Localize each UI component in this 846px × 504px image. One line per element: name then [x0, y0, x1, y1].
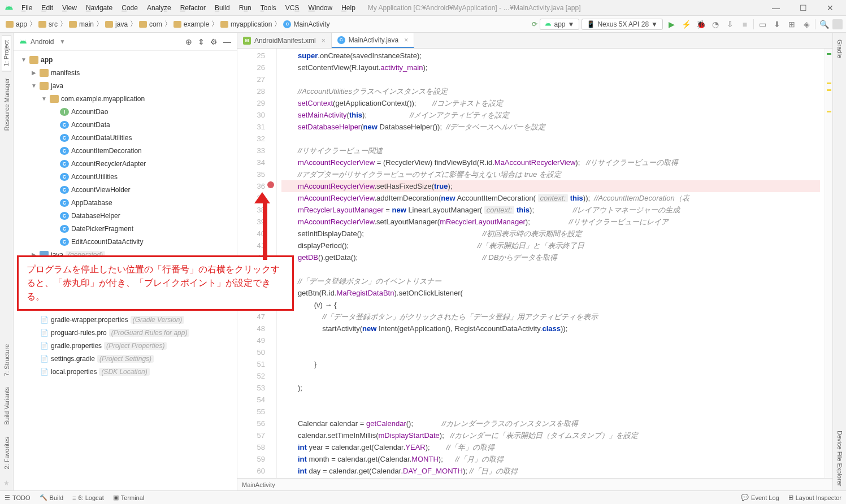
breadcrumb-item[interactable]: java	[103, 19, 130, 29]
code-line[interactable]: super.onCreate(savedInstanceState);	[281, 50, 820, 62]
debug-button[interactable]: 🐞	[695, 18, 707, 31]
code-line[interactable]: //リサイクラービュー関連	[281, 145, 820, 157]
tree-item[interactable]: ▼java	[14, 79, 237, 92]
tab-resource-manager[interactable]: Resource Manager	[2, 73, 11, 136]
code-line[interactable]: getDB().getData(); // DBからデータを取得	[281, 251, 820, 263]
search-button[interactable]: 🔍	[818, 18, 830, 31]
tab-structure[interactable]: 7: Structure	[2, 340, 11, 381]
tab-build-variants[interactable]: Build Variants	[2, 383, 11, 429]
code-line[interactable]: setDatabaseHelper(new DatabaseHelper());…	[281, 121, 820, 133]
line-number[interactable]: 29	[240, 97, 265, 109]
code-line[interactable]	[281, 370, 820, 382]
resource-manager-button[interactable]: ◈	[800, 18, 813, 31]
avd-manager-button[interactable]: ▭	[756, 18, 769, 31]
tree-item[interactable]: 📄gradle-wrapper.properties(Gradle Versio…	[14, 313, 237, 326]
line-number[interactable]: 50	[240, 346, 265, 358]
select-opened-icon[interactable]: ⊕	[185, 37, 192, 46]
menu-edit[interactable]: Edit	[38, 3, 57, 13]
run-config-selector[interactable]: app ▼	[540, 19, 579, 30]
code-line[interactable]	[281, 73, 820, 85]
tree-item[interactable]: CDatabaseHelper	[14, 209, 237, 222]
event-log-tab[interactable]: 💬 Event Log	[741, 494, 779, 501]
maximize-button[interactable]: ☐	[792, 1, 814, 15]
code-line[interactable]: }	[281, 358, 820, 370]
hide-panel-icon[interactable]: —	[223, 37, 231, 46]
run-button[interactable]: ▶	[665, 18, 678, 31]
dropdown-icon[interactable]: ▼	[59, 38, 65, 45]
close-tab-icon[interactable]: ×	[322, 37, 326, 45]
code-line[interactable]: mAccountRecyclerView.setHasFixedSize(tru…	[281, 180, 820, 192]
menu-view[interactable]: View	[59, 3, 80, 13]
breadcrumb-context[interactable]: MainActivity	[242, 481, 275, 488]
stop-button[interactable]: ■	[739, 18, 751, 31]
tree-item[interactable]: ▼com.example.myapplication	[14, 92, 237, 105]
apply-changes-button[interactable]: ⚡	[680, 18, 692, 31]
code-line[interactable]: setMainActivity(this); //メインアクティビティを設定	[281, 109, 820, 121]
breadcrumb-item[interactable]: example	[171, 19, 211, 29]
code-line[interactable]: mRecyclerLayoutManager = new LinearLayou…	[281, 204, 820, 216]
tree-item[interactable]: 📄local.properties(SDK Location)	[14, 365, 237, 378]
code-line[interactable]: setInitDisplayDate(); //初回表示時の表示期間を設定	[281, 228, 820, 240]
layout-inspector-tab[interactable]: ⊞ Layout Inspector	[788, 494, 841, 501]
todo-tab[interactable]: ☰ TODO	[5, 494, 31, 501]
expand-all-icon[interactable]: ⇕	[198, 37, 205, 46]
minimize-button[interactable]: —	[765, 1, 787, 15]
device-selector[interactable]: 📱 Nexus 5X API 28 ▼	[582, 19, 663, 30]
code-line[interactable]: Calendar calendar = getCalendar(); //カレン…	[281, 418, 820, 429]
code-line[interactable]: displayPeriod(); //「表示開始日」と「表示終了日	[281, 240, 820, 251]
code-line[interactable]	[281, 334, 820, 346]
line-number[interactable]: 47	[240, 311, 265, 323]
code-line[interactable]: //アダプターがリサイクラービューのサイズに影響を与えない場合は true を設…	[281, 168, 820, 180]
code-line[interactable]: startActivity(new Intent(getApplication(…	[281, 323, 820, 334]
line-number[interactable]: 58	[240, 441, 265, 453]
line-number[interactable]: 53	[240, 382, 265, 394]
code-content[interactable]: super.onCreate(savedInstanceState); setC…	[277, 49, 825, 478]
tab-device-file-explorer[interactable]: Device File Explorer	[835, 426, 844, 490]
code-line[interactable]: //「データ登録ボタン」のイベントリスナー	[281, 275, 820, 287]
tree-item[interactable]: 📄proguard-rules.pro(ProGuard Rules for a…	[14, 326, 237, 339]
line-number[interactable]: 57	[240, 429, 265, 441]
menu-file[interactable]: File	[18, 3, 36, 13]
build-tab[interactable]: 🔨 Build	[40, 494, 63, 501]
editor-tab[interactable]: CMainActivity.java×	[332, 33, 415, 48]
editor-tab[interactable]: MAndroidManifest.xml×	[237, 33, 332, 48]
code-line[interactable]: getBtn(R.id.MaRegistDataBtn).setOnClickL…	[281, 287, 820, 299]
layout-inspector-button[interactable]: ⊞	[786, 18, 798, 31]
tree-item[interactable]: CAccountUtilities	[14, 170, 237, 183]
logcat-tab[interactable]: ≡ 6: Logcat	[72, 494, 104, 501]
menu-run[interactable]: Run	[236, 3, 255, 13]
tree-item[interactable]: CEditAccountDataActivity	[14, 235, 237, 248]
code-line[interactable]: //「データ登録ボタン」がクリックされたら「データ登録」用アクティビティを表示	[281, 311, 820, 323]
line-number[interactable]: 59	[240, 453, 265, 465]
sdk-manager-button[interactable]: ⬇	[771, 18, 783, 31]
breadcrumb-item[interactable]: com	[137, 19, 164, 29]
profile-button[interactable]: ◔	[709, 18, 722, 31]
breadcrumb-item[interactable]: main	[67, 19, 96, 29]
code-line[interactable]: (v) → {	[281, 299, 820, 311]
line-number[interactable]: 26	[240, 62, 265, 73]
code-line[interactable]	[281, 133, 820, 145]
line-number[interactable]: 55	[240, 406, 265, 418]
breadcrumb-item[interactable]: app	[3, 19, 29, 29]
line-number[interactable]: 49	[240, 334, 265, 346]
line-number[interactable]: 30	[240, 109, 265, 121]
line-number[interactable]: 25	[240, 50, 265, 62]
sync-icon[interactable]: ⟳	[532, 20, 537, 28]
tree-item[interactable]: ▼app	[14, 53, 237, 66]
tree-item[interactable]: CAccountViewHolder	[14, 183, 237, 196]
code-line[interactable]: int year = calendar.get(Calendar.YEAR); …	[281, 441, 820, 453]
tree-item[interactable]: CAccountData	[14, 118, 237, 131]
menu-tools[interactable]: Tools	[257, 3, 280, 13]
avatar-icon[interactable]	[832, 19, 843, 29]
breadcrumb-item[interactable]: CMainActivity	[281, 19, 332, 29]
menu-window[interactable]: Window	[305, 3, 336, 13]
terminal-tab[interactable]: ▣ Terminal	[113, 494, 145, 501]
line-number[interactable]: 60	[240, 465, 265, 477]
menu-analyze[interactable]: Analyze	[144, 3, 175, 13]
line-number[interactable]: 54	[240, 394, 265, 406]
tree-item[interactable]: ▶manifests	[14, 66, 237, 79]
tree-item[interactable]: IAccountDao	[14, 105, 237, 118]
tree-item[interactable]: CAccountItemDecoration	[14, 144, 237, 157]
close-tab-icon[interactable]: ×	[404, 36, 408, 44]
line-number[interactable]: 51	[240, 358, 265, 370]
